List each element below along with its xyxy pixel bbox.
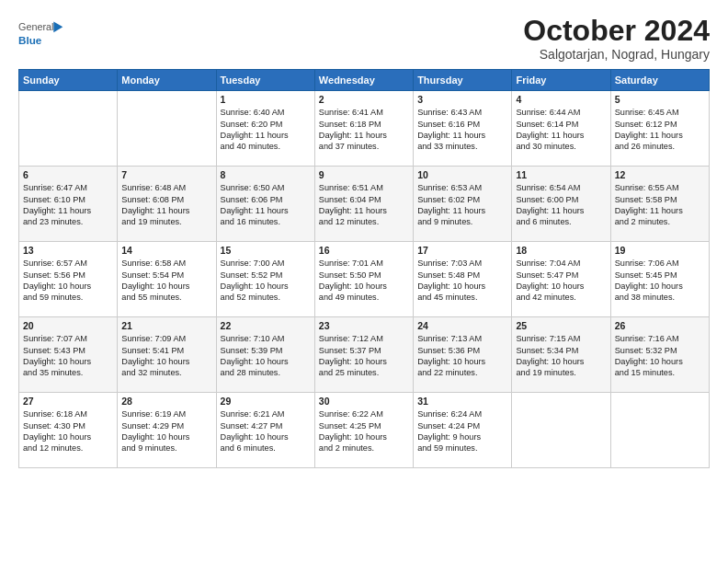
day-number: 17 (417, 245, 507, 256)
calendar-cell: 13Sunrise: 6:57 AM Sunset: 5:56 PM Dayli… (19, 242, 118, 317)
calendar-cell: 17Sunrise: 7:03 AM Sunset: 5:48 PM Dayli… (414, 242, 512, 317)
day-number: 7 (121, 169, 211, 180)
week-row-4: 20Sunrise: 7:07 AM Sunset: 5:43 PM Dayli… (19, 317, 710, 393)
day-info: Sunrise: 7:03 AM Sunset: 5:48 PM Dayligh… (417, 258, 507, 304)
calendar-cell (512, 393, 610, 468)
day-info: Sunrise: 7:12 AM Sunset: 5:37 PM Dayligh… (319, 333, 409, 379)
day-info: Sunrise: 6:51 AM Sunset: 6:04 PM Dayligh… (319, 182, 409, 228)
location-subtitle: Salgotarjan, Nograd, Hungary (523, 47, 710, 62)
calendar-cell: 7Sunrise: 6:48 AM Sunset: 6:08 PM Daylig… (118, 167, 216, 242)
calendar-cell: 11Sunrise: 6:54 AM Sunset: 6:00 PM Dayli… (512, 167, 610, 242)
calendar-cell (19, 91, 118, 167)
day-number: 19 (615, 245, 705, 256)
calendar-cell: 15Sunrise: 7:00 AM Sunset: 5:52 PM Dayli… (216, 242, 314, 317)
week-row-5: 27Sunrise: 6:18 AM Sunset: 4:30 PM Dayli… (19, 393, 710, 468)
title-block: October 2024 Salgotarjan, Nograd, Hungar… (523, 15, 710, 62)
calendar-cell: 4Sunrise: 6:44 AM Sunset: 6:14 PM Daylig… (512, 91, 610, 167)
day-number: 5 (615, 94, 705, 105)
calendar-cell: 26Sunrise: 7:16 AM Sunset: 5:32 PM Dayli… (610, 317, 709, 393)
day-number: 16 (319, 245, 409, 256)
calendar-cell: 31Sunrise: 6:24 AM Sunset: 4:24 PM Dayli… (414, 393, 512, 468)
svg-marker-1 (53, 22, 63, 33)
calendar-cell: 19Sunrise: 7:06 AM Sunset: 5:45 PM Dayli… (610, 242, 709, 317)
day-info: Sunrise: 7:07 AM Sunset: 5:43 PM Dayligh… (23, 333, 113, 379)
day-number: 27 (23, 396, 113, 407)
calendar-cell: 12Sunrise: 6:55 AM Sunset: 5:58 PM Dayli… (610, 167, 709, 242)
calendar-cell: 29Sunrise: 6:21 AM Sunset: 4:27 PM Dayli… (216, 393, 314, 468)
day-header-monday: Monday (118, 70, 216, 91)
logo: General Blue (18, 15, 64, 52)
day-info: Sunrise: 6:53 AM Sunset: 6:02 PM Dayligh… (417, 182, 507, 228)
day-number: 31 (417, 396, 507, 407)
day-number: 22 (221, 320, 311, 331)
logo-svg: General Blue (18, 15, 64, 52)
calendar-cell: 24Sunrise: 7:13 AM Sunset: 5:36 PM Dayli… (414, 317, 512, 393)
calendar-cell: 9Sunrise: 6:51 AM Sunset: 6:04 PM Daylig… (314, 167, 413, 242)
day-number: 11 (516, 169, 606, 180)
day-header-friday: Friday (512, 70, 610, 91)
day-info: Sunrise: 6:21 AM Sunset: 4:27 PM Dayligh… (221, 408, 311, 454)
day-info: Sunrise: 7:13 AM Sunset: 5:36 PM Dayligh… (417, 333, 507, 379)
calendar-cell: 16Sunrise: 7:01 AM Sunset: 5:50 PM Dayli… (314, 242, 413, 317)
calendar-cell (118, 91, 216, 167)
day-header-sunday: Sunday (19, 70, 118, 91)
day-info: Sunrise: 6:57 AM Sunset: 5:56 PM Dayligh… (23, 258, 113, 304)
day-info: Sunrise: 6:18 AM Sunset: 4:30 PM Dayligh… (23, 408, 113, 454)
day-info: Sunrise: 6:47 AM Sunset: 6:10 PM Dayligh… (23, 182, 113, 228)
day-number: 26 (615, 320, 705, 331)
day-info: Sunrise: 6:50 AM Sunset: 6:06 PM Dayligh… (221, 182, 311, 228)
day-info: Sunrise: 6:48 AM Sunset: 6:08 PM Dayligh… (121, 182, 211, 228)
day-header-saturday: Saturday (610, 70, 709, 91)
day-number: 9 (319, 169, 409, 180)
calendar-cell: 21Sunrise: 7:09 AM Sunset: 5:41 PM Dayli… (118, 317, 216, 393)
calendar-cell: 23Sunrise: 7:12 AM Sunset: 5:37 PM Dayli… (314, 317, 413, 393)
day-info: Sunrise: 7:15 AM Sunset: 5:34 PM Dayligh… (516, 333, 606, 379)
day-info: Sunrise: 6:43 AM Sunset: 6:16 PM Dayligh… (417, 107, 507, 153)
day-info: Sunrise: 7:00 AM Sunset: 5:52 PM Dayligh… (221, 258, 311, 304)
week-row-1: 1Sunrise: 6:40 AM Sunset: 6:20 PM Daylig… (19, 91, 710, 167)
day-number: 14 (121, 245, 211, 256)
calendar-cell: 20Sunrise: 7:07 AM Sunset: 5:43 PM Dayli… (19, 317, 118, 393)
calendar-cell (610, 393, 709, 468)
day-number: 30 (319, 396, 409, 407)
svg-text:General: General (18, 21, 54, 32)
header-row: SundayMondayTuesdayWednesdayThursdayFrid… (19, 70, 710, 91)
day-info: Sunrise: 6:58 AM Sunset: 5:54 PM Dayligh… (121, 258, 211, 304)
calendar-cell: 8Sunrise: 6:50 AM Sunset: 6:06 PM Daylig… (216, 167, 314, 242)
day-info: Sunrise: 6:54 AM Sunset: 6:00 PM Dayligh… (516, 182, 606, 228)
day-number: 18 (516, 245, 606, 256)
calendar-cell: 28Sunrise: 6:19 AM Sunset: 4:29 PM Dayli… (118, 393, 216, 468)
day-number: 21 (121, 320, 211, 331)
calendar-cell: 22Sunrise: 7:10 AM Sunset: 5:39 PM Dayli… (216, 317, 314, 393)
day-info: Sunrise: 7:16 AM Sunset: 5:32 PM Dayligh… (615, 333, 705, 379)
day-info: Sunrise: 6:41 AM Sunset: 6:18 PM Dayligh… (319, 107, 409, 153)
day-number: 8 (221, 169, 311, 180)
svg-text:Blue: Blue (18, 34, 42, 46)
day-info: Sunrise: 6:55 AM Sunset: 5:58 PM Dayligh… (615, 182, 705, 228)
day-info: Sunrise: 6:40 AM Sunset: 6:20 PM Dayligh… (221, 107, 311, 153)
day-number: 25 (516, 320, 606, 331)
day-info: Sunrise: 6:22 AM Sunset: 4:25 PM Dayligh… (319, 408, 409, 454)
day-info: Sunrise: 7:01 AM Sunset: 5:50 PM Dayligh… (319, 258, 409, 304)
calendar-cell: 3Sunrise: 6:43 AM Sunset: 6:16 PM Daylig… (414, 91, 512, 167)
day-number: 6 (23, 169, 113, 180)
day-number: 3 (417, 94, 507, 105)
day-number: 15 (221, 245, 311, 256)
day-info: Sunrise: 7:04 AM Sunset: 5:47 PM Dayligh… (516, 258, 606, 304)
calendar-cell: 18Sunrise: 7:04 AM Sunset: 5:47 PM Dayli… (512, 242, 610, 317)
day-number: 12 (615, 169, 705, 180)
calendar-cell: 27Sunrise: 6:18 AM Sunset: 4:30 PM Dayli… (19, 393, 118, 468)
day-header-thursday: Thursday (414, 70, 512, 91)
day-number: 29 (221, 396, 311, 407)
page: General Blue October 2024 Salgotarjan, N… (0, 0, 728, 563)
day-number: 23 (319, 320, 409, 331)
month-title: October 2024 (523, 15, 710, 47)
day-info: Sunrise: 6:45 AM Sunset: 6:12 PM Dayligh… (615, 107, 705, 153)
day-header-wednesday: Wednesday (314, 70, 413, 91)
header: General Blue October 2024 Salgotarjan, N… (18, 15, 710, 62)
calendar-table: SundayMondayTuesdayWednesdayThursdayFrid… (18, 69, 710, 468)
day-info: Sunrise: 6:44 AM Sunset: 6:14 PM Dayligh… (516, 107, 606, 153)
day-number: 28 (121, 396, 211, 407)
calendar-cell: 25Sunrise: 7:15 AM Sunset: 5:34 PM Dayli… (512, 317, 610, 393)
day-number: 24 (417, 320, 507, 331)
